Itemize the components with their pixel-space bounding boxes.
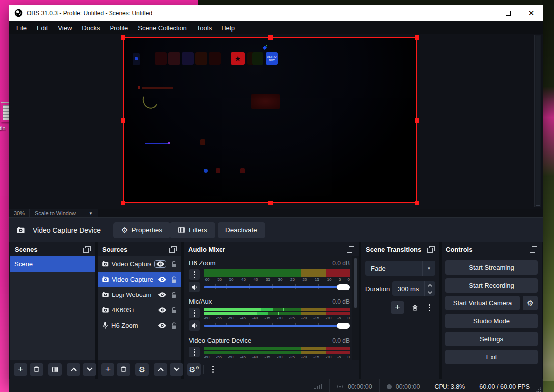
visibility-toggle[interactable] [158,277,166,282]
source-row[interactable]: Video Capture [98,256,181,272]
scene-filters-button[interactable] [48,363,62,376]
move-source-up-button[interactable] [154,363,167,376]
transform-handle-mid-right[interactable] [415,118,419,123]
virtual-camera-settings-button[interactable]: ⚙ [523,296,538,310]
channel-options-button[interactable] [189,308,200,318]
add-source-button[interactable]: + [101,363,114,376]
move-scene-down-button[interactable] [83,363,96,376]
menu-scene-collection[interactable]: Scene Collection [133,22,192,34]
transform-handle-bottom-right[interactable] [415,201,419,205]
add-transition-button[interactable]: + [391,301,404,314]
preview-scrollbar-thumb[interactable] [536,36,540,206]
menu-file[interactable]: File [11,22,32,34]
channel-mute-button[interactable] [189,282,200,292]
lock-toggle[interactable] [171,292,177,298]
remove-scene-button[interactable] [30,363,43,376]
slider-handle[interactable] [337,323,350,329]
transform-handle-bottom-center[interactable] [268,201,273,205]
volume-slider[interactable] [204,283,350,291]
audio-mixer-header[interactable]: Audio Mixer [184,242,359,256]
popout-icon[interactable] [530,246,537,253]
close-button[interactable]: ✕ [520,5,543,21]
start-recording-button[interactable]: Start Recording [445,278,538,293]
source-label: Video Capture [111,260,151,268]
sources-header[interactable]: Sources [98,242,181,256]
maximize-icon [506,11,511,16]
lock-toggle[interactable] [171,276,177,283]
advanced-audio-button[interactable]: ⚙⚙ [187,363,201,376]
gear-icon: ⚙ [121,226,128,234]
controls-header[interactable]: Controls [442,242,542,256]
transform-handle-mid-left[interactable] [121,118,125,123]
transition-properties-button[interactable] [426,302,433,313]
settings-button[interactable]: Settings [445,332,538,346]
properties-button[interactable]: ⚙ Properties [113,222,170,238]
menu-docks[interactable]: Docks [77,22,105,34]
filters-button[interactable]: Filters [170,222,215,238]
mixer-menu-button[interactable] [206,363,220,376]
move-scene-up-button[interactable] [67,363,80,376]
menu-help[interactable]: Help [217,22,240,34]
spin-up-button[interactable] [425,281,435,289]
source-row[interactable]: H6 Zoom [98,318,181,333]
db-scale: -60-55-50-45-40-35-30-25-20-15-10-50 [204,355,350,360]
mixer-scrollbar-thumb[interactable] [354,258,357,308]
lock-toggle[interactable] [171,307,177,314]
slider-handle[interactable] [337,284,350,290]
minimize-button[interactable] [474,5,497,21]
visibility-toggle[interactable] [158,292,166,297]
transform-handle-bottom-left[interactable] [121,201,125,205]
volume-slider[interactable] [204,322,350,329]
menu-profile[interactable]: Profile [105,22,133,34]
transitions-header[interactable]: Scene Transitions [361,242,439,256]
selected-source-canvas[interactable]: ★ ASTRO BOT [123,37,417,203]
resize-grip[interactable] [536,387,541,392]
menu-edit[interactable]: Edit [32,22,53,34]
maximize-button[interactable] [497,5,520,21]
scale-mode-dropdown[interactable]: Scale to Window ▼ [29,209,98,217]
exit-button[interactable]: Exit [445,350,538,364]
plus-icon: + [18,364,23,374]
source-properties-button[interactable]: ⚙ [135,363,149,376]
channel-options-button[interactable] [189,269,200,280]
spin-down-button[interactable] [425,289,435,296]
channel-options-button[interactable] [189,347,200,357]
studio-mode-button[interactable]: Studio Mode [445,314,538,328]
lock-toggle[interactable] [171,261,177,268]
add-scene-button[interactable]: + [14,363,27,376]
transform-handle-top-left[interactable] [121,35,125,40]
start-virtual-camera-button[interactable]: Start Virtual Camera [445,296,520,310]
minimize-icon [483,13,488,13]
game-tile [252,52,263,65]
channel-mute-button[interactable] [189,320,200,331]
deactivate-button[interactable]: Deactivate [218,222,265,238]
lock-toggle[interactable] [171,322,177,329]
popout-icon[interactable] [347,246,354,253]
game-tile [182,52,194,65]
menu-tools[interactable]: Tools [192,22,217,34]
popout-icon[interactable] [169,246,177,253]
popout-icon[interactable] [83,246,91,253]
duration-spinbox[interactable]: 300 ms [392,281,435,296]
menu-view[interactable]: View [53,22,77,34]
preview-scrollbar[interactable] [534,35,541,207]
move-source-down-button[interactable] [170,363,183,376]
transform-handle-top-center[interactable] [268,35,273,40]
scenes-header[interactable]: Scenes [10,242,95,256]
transform-handle-top-right[interactable] [415,35,419,40]
visibility-toggle[interactable] [154,260,166,268]
source-row[interactable]: 4K60S+ [98,302,181,318]
mixer-scrollbar[interactable] [352,256,359,360]
source-row[interactable]: Logi Webcam [98,287,181,302]
popout-icon[interactable] [427,246,435,253]
scene-list-item[interactable]: Scene [10,256,95,272]
transition-select[interactable]: Fade ▼ [365,261,435,276]
titlebar[interactable]: OBS 31.0.3 - Profile: Untitled - Scenes:… [9,5,543,21]
remove-source-button[interactable] [117,363,130,376]
remove-transition-button[interactable] [408,301,422,314]
ps-store-tile [133,53,140,65]
source-row-selected[interactable]: Video Capture [98,272,181,287]
visibility-toggle[interactable] [158,307,166,313]
visibility-toggle[interactable] [158,323,166,328]
start-streaming-button[interactable]: Start Streaming [445,260,538,275]
